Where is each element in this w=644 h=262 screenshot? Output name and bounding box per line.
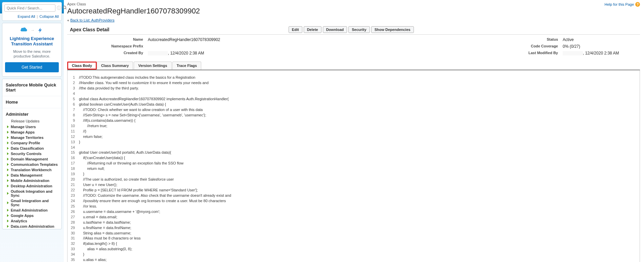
code-line: 34 } bbox=[68, 252, 640, 257]
label-coverage: Code Coverage bbox=[292, 43, 563, 49]
security-button[interactable]: Security bbox=[348, 26, 370, 33]
value-modified-by: , 12/4/2020 2:38 AM bbox=[563, 50, 640, 55]
detail-section-title: Apex Class Detail bbox=[67, 27, 110, 32]
sidebar-item-domain-management[interactable]: Domain Management bbox=[2, 156, 61, 162]
line-text: //The user is authorized, so create thei… bbox=[79, 177, 640, 182]
line-number: 21 bbox=[68, 182, 79, 188]
code-line: 12 return false; bbox=[68, 134, 640, 140]
line-text: } bbox=[79, 172, 640, 177]
lightning-icon bbox=[37, 27, 43, 34]
line-number: 31 bbox=[68, 236, 79, 241]
help-for-page-link[interactable]: Help for this Page ? bbox=[605, 2, 640, 7]
sidebar-item-release-updates[interactable]: Release Updates bbox=[2, 118, 61, 124]
sidebar-item-mobile-quickstart[interactable]: Salesforce Mobile Quick Start bbox=[2, 79, 61, 96]
sidebar-item-manage-territories[interactable]: Manage Territories bbox=[2, 135, 61, 140]
lex-card-desc: Move to the new, more productive Salesfo… bbox=[5, 49, 59, 59]
sidebar-item-data-classification[interactable]: Data Classification bbox=[2, 146, 61, 151]
line-text: //return true; bbox=[79, 123, 640, 129]
line-text: alias = alias.substring(0, 8); bbox=[79, 247, 640, 252]
sidebar-item-company-profile[interactable]: Company Profile bbox=[2, 140, 61, 146]
get-started-button[interactable]: Get Started bbox=[5, 62, 59, 72]
line-text: //Alias must be 8 characters or less bbox=[79, 236, 640, 241]
sidebar-item-communication-templates[interactable]: Communication Templates bbox=[2, 162, 61, 167]
expand-all-link[interactable]: Expand All bbox=[18, 14, 35, 18]
expand-arrow-icon bbox=[7, 185, 9, 187]
code-line: 31 //Alias must be 8 characters or less bbox=[68, 236, 640, 241]
search-input[interactable] bbox=[4, 4, 55, 12]
sidebar-item-desktop-administration[interactable]: Desktop Administration bbox=[2, 183, 61, 189]
cloud-icon bbox=[20, 27, 28, 34]
code-line: 6global boolean canCreateUser(Auth.UserD… bbox=[68, 102, 640, 107]
sidebar-item-manage-apps[interactable]: Manage Apps bbox=[2, 129, 61, 135]
sidebar-item-data-com-administration[interactable]: Data.com Administration bbox=[2, 224, 61, 229]
line-number: 32 bbox=[68, 241, 79, 247]
edit-button[interactable]: Edit bbox=[289, 26, 302, 33]
code-line: 4 bbox=[68, 91, 640, 97]
line-text: global class AutocreatedRegHandler160707… bbox=[79, 97, 640, 102]
expand-arrow-icon bbox=[7, 201, 9, 204]
line-text: //TODO: Check whether we want to allow c… bbox=[79, 107, 640, 113]
code-line: 22 Profile p = [SELECT Id FROM profile W… bbox=[68, 188, 640, 193]
sidebar-item-translation-workbench[interactable]: Translation Workbench bbox=[2, 167, 61, 173]
detail-tabs: Class Body Class Summary Version Setting… bbox=[67, 62, 640, 70]
delete-button[interactable]: Delete bbox=[304, 26, 321, 33]
redacted-user bbox=[563, 51, 583, 55]
line-number: 18 bbox=[68, 166, 79, 172]
line-number: 29 bbox=[68, 225, 79, 231]
sidebar-item-google-apps[interactable]: Google Apps bbox=[2, 213, 61, 218]
line-text: Profile p = [SELECT Id FROM profile WHER… bbox=[79, 188, 640, 193]
sidebar-item-label: Mobile Administration bbox=[11, 179, 49, 183]
sidebar-item-analytics[interactable]: Analytics bbox=[2, 218, 61, 224]
line-text: global User createUser(Id portalId, Auth… bbox=[79, 150, 640, 155]
line-text: u.alias = alias; bbox=[79, 257, 640, 262]
expand-arrow-icon bbox=[7, 136, 9, 139]
sidebar-item-label: Company Profile bbox=[11, 141, 40, 145]
sidebar-item-home[interactable]: Home bbox=[2, 96, 61, 108]
sidebar-header-administer: Administer bbox=[2, 108, 61, 118]
label-namespace: Namespace Prefix bbox=[67, 43, 148, 49]
value-coverage: 0% (0/27) bbox=[563, 43, 640, 49]
code-line: 19 } bbox=[68, 172, 640, 177]
expand-arrow-icon bbox=[7, 147, 9, 150]
line-number: 9 bbox=[68, 118, 79, 123]
tab-trace-flags[interactable]: Trace Flags bbox=[172, 62, 202, 70]
tab-class-body[interactable]: Class Body bbox=[68, 63, 96, 69]
expand-arrow-icon bbox=[7, 152, 9, 155]
sidebar-item-outlook-integration-and-sync[interactable]: Outlook Integration and Sync bbox=[2, 189, 61, 198]
label-modified-by: Last Modified By bbox=[292, 50, 563, 55]
line-text: u.lastName = data.lastName; bbox=[79, 220, 640, 225]
sidebar-item-label: Domain Management bbox=[11, 157, 48, 161]
sidebar-item-gmail-integration-and-sync[interactable]: Gmail Integration and Sync bbox=[2, 198, 61, 208]
sidebar-item-label: Email Administration bbox=[11, 208, 48, 212]
value-created-by: , 12/4/2020 2:38 AM bbox=[148, 50, 292, 55]
tab-class-summary[interactable]: Class Summary bbox=[97, 62, 133, 70]
code-line: 33 alias = alias.substring(0, 8); bbox=[68, 247, 640, 252]
tab-version-settings[interactable]: Version Settings bbox=[134, 62, 171, 70]
code-line: 35 u.alias = alias; bbox=[68, 257, 640, 262]
value-name: AutocreatedRegHandler1607078309902 bbox=[148, 37, 292, 42]
download-button[interactable]: Download bbox=[323, 26, 347, 33]
line-number: 2 bbox=[68, 80, 79, 86]
line-number: 25 bbox=[68, 204, 79, 209]
expand-arrow-icon bbox=[7, 169, 9, 171]
line-number: 3 bbox=[68, 86, 79, 91]
show-dependencies-button[interactable]: Show Dependencies bbox=[371, 26, 414, 33]
code-line: 14 bbox=[68, 145, 640, 150]
help-link-text: Help for this Page bbox=[605, 2, 634, 6]
sidebar-item-data-management[interactable]: Data Management bbox=[2, 173, 61, 178]
sidebar-item-mobile-administration[interactable]: Mobile Administration bbox=[2, 178, 61, 183]
line-text bbox=[79, 145, 640, 150]
code-line: 8 //Set<String> s = new Set<String>{'use… bbox=[68, 113, 640, 118]
code-line: 30 String alias = data.username; bbox=[68, 231, 640, 236]
main-content: Apex Class AutocreatedRegHandler16070783… bbox=[64, 0, 644, 262]
code-line: 32 if(alias.length() > 8) { bbox=[68, 241, 640, 247]
sidebar-item-manage-users[interactable]: Manage Users bbox=[2, 124, 61, 129]
expand-arrow-icon bbox=[7, 209, 9, 212]
sidebar-item-label: Desktop Administration bbox=[11, 184, 52, 188]
collapse-all-link[interactable]: Collapse All bbox=[40, 14, 59, 18]
sidebar-item-email-administration[interactable]: Email Administration bbox=[2, 208, 61, 213]
back-to-list-link[interactable]: Back to List: AuthProviders bbox=[70, 18, 114, 22]
line-number: 35 bbox=[68, 257, 79, 262]
code-line: 15global User createUser(Id portalId, Au… bbox=[68, 150, 640, 155]
sidebar-item-security-controls[interactable]: Security Controls bbox=[2, 151, 61, 156]
